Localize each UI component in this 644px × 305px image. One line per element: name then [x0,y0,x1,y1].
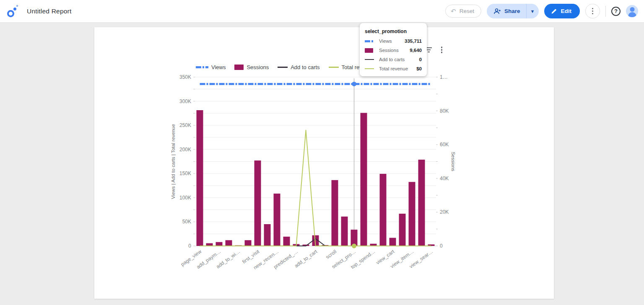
chart-options-kebab-icon[interactable] [441,47,443,53]
legend-label: Add to carts [291,64,319,70]
tooltip-metric-value: 335,711 [405,39,422,44]
pencil-icon [551,8,557,14]
svg-text:100K: 100K [179,195,191,201]
svg-text:0: 0 [440,243,443,249]
legend-swatch-sessions [365,48,373,53]
reset-button[interactable]: ↶ Reset [445,5,481,18]
share-label: Share [504,8,520,14]
tooltip-metric-label: Sessions [376,48,410,53]
legend-swatch-views [365,40,374,42]
edit-button[interactable]: Edit [544,4,580,18]
legend-item-add-to-carts[interactable]: Add to carts [278,64,319,70]
svg-text:350K: 350K [179,74,191,80]
chevron-down-icon: ▼ [530,9,535,14]
tooltip-row: Sessions9,640 [365,48,422,53]
tooltip-metric-value: 9,640 [410,48,422,53]
svg-text:40K: 40K [440,176,449,181]
tooltip-row: Total revenue$0 [365,66,422,71]
tooltip-metric-label: Total revenue [376,66,416,71]
chart-tooltip: select_promotion Views335,711Sessions9,6… [360,23,427,76]
tooltip-title: select_promotion [365,28,422,34]
more-options-button[interactable] [585,4,600,18]
reset-label: Reset [460,8,474,14]
chart-legend: ViewsSessionsAdd to cartsTotal revenue [196,64,374,70]
tooltip-rows: Views335,711Sessions9,640Add to carts0To… [365,39,422,71]
svg-text:150K: 150K [179,171,191,176]
person-add-icon [493,8,501,15]
svg-text:scroll: scroll [325,248,338,260]
report-title: Untitled Report [27,8,71,15]
looker-studio-logo-icon[interactable] [7,5,19,18]
legend-swatch-views [196,66,208,68]
legend-swatch-add-to-carts [278,67,288,68]
legend-swatch-add-to-carts [365,59,374,60]
svg-text:1…: 1… [440,74,448,80]
svg-text:60K: 60K [440,142,449,147]
share-dropdown-button[interactable]: ▼ [526,4,539,18]
edit-label: Edit [561,8,572,14]
help-icon[interactable]: ? [611,7,621,16]
svg-text:0: 0 [188,243,191,249]
top-bar: Untitled Report ↶ Reset Share ▼ E [0,0,644,23]
legend-swatch-total-revenue [329,67,339,68]
tooltip-metric-value: $0 [416,66,422,71]
share-button[interactable]: Share [487,4,526,18]
svg-text:300K: 300K [179,98,191,104]
legend-swatch-sessions [234,65,244,70]
undo-icon: ↶ [451,8,456,14]
svg-text:80K: 80K [440,108,449,114]
share-button-group: Share ▼ [487,4,539,18]
tooltip-row: Add to carts0 [365,57,422,62]
topbar-actions: ↶ Reset Share ▼ Edit [445,4,638,18]
legend-swatch-total-revenue [365,68,374,69]
svg-text:20K: 20K [440,209,449,215]
legend-label: Views [211,64,226,70]
tooltip-metric-label: Add to carts [376,57,419,62]
legend-item-views[interactable]: Views [196,64,226,70]
tooltip-row: Views335,711 [365,39,422,44]
report-page-card: ViewsSessionsAdd to cartsTotal revenue 0… [94,27,554,299]
svg-text:Views | Add to carts | Total r: Views | Add to carts | Total revenue [171,124,176,199]
report-canvas: ViewsSessionsAdd to cartsTotal revenue 0… [0,23,644,305]
user-avatar[interactable] [626,5,638,17]
svg-text:250K: 250K [179,122,191,128]
tooltip-metric-value: 0 [419,57,422,62]
svg-text:200K: 200K [179,147,191,152]
svg-text:50K: 50K [182,219,191,225]
chart-widget-header [426,47,443,53]
legend-item-sessions[interactable]: Sessions [234,64,269,70]
svg-text:Sessions: Sessions [451,152,456,171]
legend-label: Sessions [247,64,269,70]
tooltip-metric-label: Views [376,39,405,44]
topbar-divider [605,6,606,17]
